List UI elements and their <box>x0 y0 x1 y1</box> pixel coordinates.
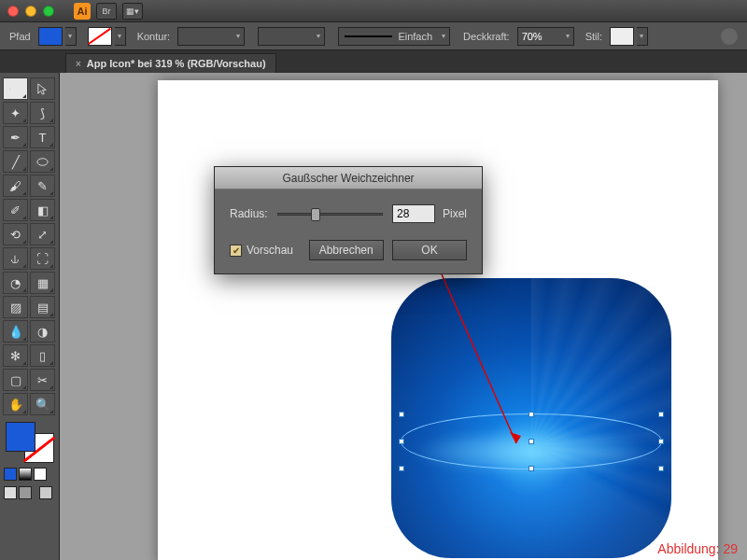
hand-tool[interactable]: ✋ <box>3 393 28 415</box>
graphic-style-dropdown[interactable]: ▾ <box>637 27 648 46</box>
illustrator-app-icon: Ai <box>74 3 91 20</box>
paintbrush-tool[interactable]: 🖌 <box>3 175 28 197</box>
direct-selection-tool[interactable] <box>30 77 55 100</box>
pencil-tool[interactable]: ✎ <box>30 175 55 197</box>
magic-wand-tool[interactable]: ✦ <box>3 102 28 124</box>
tab-title: App Icon* bei 319 % (RGB/Vorschau) <box>87 58 266 69</box>
close-window-icon[interactable] <box>7 6 19 17</box>
graphic-style-swatch[interactable] <box>610 27 634 46</box>
gradient-tool[interactable]: ▤ <box>30 296 55 318</box>
artboard-tool[interactable]: ▢ <box>3 369 28 391</box>
type-tool[interactable]: T <box>30 126 55 148</box>
radius-unit: Pixel <box>443 207 467 220</box>
resize-handle[interactable] <box>399 439 404 444</box>
ok-button[interactable]: OK <box>392 240 467 260</box>
rectangle-tool[interactable] <box>30 150 55 173</box>
document-setup-icon[interactable] <box>721 28 738 45</box>
rotate-tool[interactable]: ⟲ <box>3 223 28 245</box>
mesh-tool[interactable]: ▨ <box>3 296 28 318</box>
color-swatches <box>3 422 57 500</box>
resize-handle[interactable] <box>529 412 534 417</box>
selection-tool[interactable] <box>3 77 28 100</box>
opacity-dropdown[interactable]: ▾ <box>563 27 574 46</box>
brush-select[interactable]: Einfach <box>338 27 450 46</box>
slice-tool[interactable]: ✂ <box>30 369 55 391</box>
figure-caption: Abbildung: 29 <box>657 541 738 556</box>
screen-mode-full[interactable] <box>19 486 32 499</box>
resize-handle[interactable] <box>399 412 404 417</box>
blend-tool[interactable]: ◑ <box>30 320 55 343</box>
center-handle[interactable] <box>529 439 534 444</box>
resize-handle[interactable] <box>658 439 664 444</box>
resize-handle[interactable] <box>658 412 664 417</box>
control-bar: Pfad ▾ ▾ Kontur: Einfach Deckkraft: ▾ St… <box>0 22 747 50</box>
pen-tool[interactable]: ✒ <box>3 126 28 148</box>
lasso-tool[interactable]: ⟆ <box>30 102 55 124</box>
stroke-dropdown[interactable]: ▾ <box>115 27 126 46</box>
color-mode-none[interactable] <box>34 468 47 481</box>
eraser-tool[interactable]: ◧ <box>30 199 55 221</box>
resize-handle[interactable] <box>399 466 404 471</box>
document-tab[interactable]: × App Icon* bei 319 % (RGB/Vorschau) <box>65 53 276 73</box>
style-label: Stil: <box>585 31 602 42</box>
selection-type-label: Pfad <box>9 31 31 42</box>
cancel-button[interactable]: Abbrechen <box>309 240 384 260</box>
maximize-window-icon[interactable] <box>43 6 54 17</box>
stroke-label: Kontur: <box>137 31 170 42</box>
screen-mode-normal[interactable] <box>4 486 17 499</box>
color-mode-gradient[interactable] <box>19 468 32 481</box>
macos-titlebar: Ai Br ▦▾ <box>0 0 747 22</box>
resize-handle[interactable] <box>529 466 534 471</box>
width-tool[interactable]: ⫝ <box>3 247 28 270</box>
gaussian-blur-dialog: Gaußscher Weichzeichner Radius: Pixel ✔ … <box>214 166 483 274</box>
selection-bounding-ellipse[interactable] <box>401 413 662 469</box>
stroke-weight-select[interactable] <box>177 27 245 46</box>
checkbox-icon: ✔ <box>230 245 242 257</box>
preview-checkbox[interactable]: ✔ Vorschau <box>230 244 293 257</box>
zoom-tool[interactable]: 🔍 <box>30 393 55 415</box>
bridge-icon[interactable]: Br <box>96 3 117 20</box>
fill-swatch[interactable] <box>38 27 63 46</box>
document-tabs: × App Icon* bei 319 % (RGB/Vorschau) <box>0 50 747 73</box>
opacity-input[interactable] <box>517 27 564 46</box>
dialog-title: Gaußscher Weichzeichner <box>215 167 482 189</box>
canvas-area[interactable]: Gaußscher Weichzeichner Radius: Pixel ✔ … <box>60 73 747 560</box>
radius-slider[interactable] <box>277 213 383 216</box>
slider-thumb-icon[interactable] <box>311 208 320 221</box>
symbol-sprayer-tool[interactable]: ✻ <box>3 344 28 367</box>
resize-handle[interactable] <box>658 466 664 471</box>
color-mode-solid[interactable] <box>4 468 17 481</box>
perspective-tool[interactable]: ▦ <box>30 272 55 294</box>
arrange-documents-icon[interactable]: ▦▾ <box>122 3 143 20</box>
graph-tool[interactable]: ▯ <box>30 344 55 367</box>
preview-label: Vorschau <box>247 244 293 257</box>
shape-builder-tool[interactable]: ◔ <box>3 272 28 294</box>
svg-point-0 <box>37 158 48 165</box>
draw-mode[interactable] <box>39 486 52 499</box>
radius-input[interactable] <box>392 204 435 223</box>
free-transform-tool[interactable]: ⛶ <box>30 247 55 270</box>
blob-brush-tool[interactable]: ✐ <box>3 199 28 221</box>
scale-tool[interactable]: ⤢ <box>30 223 55 245</box>
stroke-swatch[interactable] <box>88 27 112 46</box>
opacity-label: Deckkraft: <box>463 31 510 42</box>
eyedropper-tool[interactable]: 💧 <box>3 320 28 343</box>
minimize-window-icon[interactable] <box>25 6 36 17</box>
close-tab-icon[interactable]: × <box>76 59 81 69</box>
tools-panel: ✦ ⟆ ✒ T ╱ 🖌 ✎ ✐ ◧ ⟲ ⤢ ⫝ ⛶ ◔ ▦ ▨ ▤ 💧 ◑ ✻ … <box>0 73 60 560</box>
line-tool[interactable]: ╱ <box>3 150 28 173</box>
fill-color[interactable] <box>6 422 35 452</box>
stroke-profile-select[interactable] <box>258 27 325 46</box>
brush-selected-label: Einfach <box>398 31 432 42</box>
fill-dropdown[interactable]: ▾ <box>65 27 77 46</box>
radius-label: Radius: <box>230 207 268 220</box>
